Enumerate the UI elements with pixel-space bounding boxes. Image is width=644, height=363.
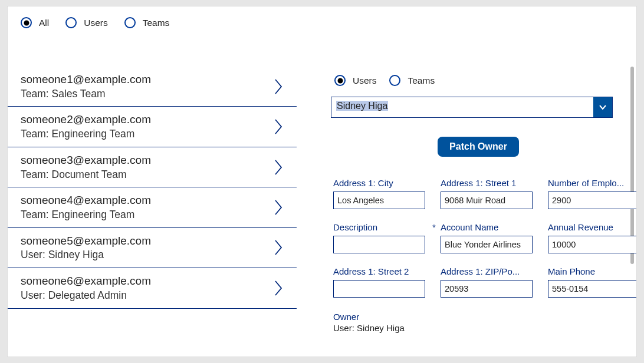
list-item-primary: someone3@example.com bbox=[21, 153, 151, 168]
radio-label: Teams bbox=[143, 18, 170, 28]
list-item-text: someone2@example.comTeam: Engineering Te… bbox=[21, 113, 151, 140]
field-label: Annual Revenue bbox=[548, 222, 637, 232]
radio-icon bbox=[65, 17, 77, 28]
list-item[interactable]: someone6@example.comUser: Delegated Admi… bbox=[8, 268, 297, 308]
field-label: Address 1: Street 2 bbox=[333, 266, 425, 276]
list-item-secondary: Team: Engineering Team bbox=[21, 127, 151, 141]
list-item-text: someone3@example.comTeam: Document Team bbox=[21, 153, 151, 181]
list-item-secondary: Team: Document Team bbox=[21, 168, 151, 182]
list-item[interactable]: someone2@example.comTeam: Engineering Te… bbox=[8, 107, 297, 147]
form-field: Address 1: Street 2 bbox=[333, 266, 425, 298]
owner-label: Owner bbox=[333, 312, 626, 322]
chevron-right-icon bbox=[273, 117, 284, 136]
list-item-secondary: Team: Sales Team bbox=[21, 87, 151, 101]
list-item-primary: someone5@example.com bbox=[21, 234, 151, 249]
list-item-secondary: Team: Engineering Team bbox=[21, 208, 151, 222]
field-input[interactable] bbox=[548, 192, 637, 209]
field-input[interactable] bbox=[441, 280, 533, 298]
dropdown-arrow-icon[interactable] bbox=[593, 97, 612, 117]
required-star-icon: * bbox=[432, 222, 436, 232]
field-label: Description bbox=[333, 222, 425, 232]
field-input[interactable] bbox=[333, 192, 425, 209]
list-item-text: someone6@example.comUser: Delegated Admi… bbox=[21, 274, 151, 302]
field-input[interactable] bbox=[548, 236, 637, 253]
field-input[interactable] bbox=[441, 192, 533, 209]
assign-radio-teams[interactable]: Teams bbox=[389, 75, 435, 86]
form-field: Annual Revenue bbox=[548, 222, 637, 253]
list-item-primary: someone1@example.com bbox=[21, 72, 151, 87]
field-label: Number of Emplo... bbox=[548, 178, 637, 188]
radio-icon bbox=[124, 17, 136, 28]
chevron-right-icon bbox=[273, 77, 284, 96]
list-item-text: someone4@example.comTeam: Engineering Te… bbox=[21, 193, 151, 221]
chevron-right-icon bbox=[273, 158, 284, 177]
radio-icon bbox=[334, 75, 346, 86]
field-grid: Address 1: CityAddress 1: Street 1Number… bbox=[333, 178, 626, 298]
list-item[interactable]: someone4@example.comTeam: Engineering Te… bbox=[8, 187, 297, 227]
owner-select-value: Sidney Higa bbox=[331, 97, 393, 117]
owner-display: Owner User: Sidney Higa bbox=[333, 312, 626, 333]
form-field: Address 1: City bbox=[333, 178, 425, 209]
list-item[interactable]: someone5@example.comUser: Sidney Higa bbox=[8, 228, 297, 268]
list-item[interactable]: someone3@example.comTeam: Document Team bbox=[8, 147, 297, 187]
field-label: Address 1: ZIP/Po... bbox=[441, 266, 533, 276]
list-item-primary: someone4@example.com bbox=[21, 193, 151, 208]
list-item-secondary: User: Sidney Higa bbox=[21, 248, 151, 262]
app-frame: All Users Teams someone1@example.comTeam… bbox=[7, 6, 637, 357]
field-input[interactable] bbox=[548, 280, 637, 298]
detail-panel: Users Teams Sidney Higa Patch Owner Addr… bbox=[331, 75, 626, 333]
assign-type-row: Users Teams bbox=[334, 75, 626, 86]
form-field: Number of Emplo... bbox=[548, 178, 637, 209]
filter-radio-teams[interactable]: Teams bbox=[124, 17, 170, 28]
form-field: Description bbox=[333, 222, 425, 253]
form-field: Address 1: Street 1 bbox=[441, 178, 533, 209]
list-item-text: someone5@example.comUser: Sidney Higa bbox=[21, 234, 151, 262]
top-filter-row: All Users Teams bbox=[21, 17, 169, 28]
radio-icon bbox=[389, 75, 400, 86]
filter-radio-users[interactable]: Users bbox=[65, 17, 107, 28]
field-label: Main Phone bbox=[548, 266, 637, 276]
form-field: *Account Name bbox=[441, 222, 533, 253]
form-field: Address 1: ZIP/Po... bbox=[441, 266, 533, 298]
field-label: Address 1: Street 1 bbox=[441, 178, 533, 188]
list-item-secondary: User: Delegated Admin bbox=[21, 289, 151, 302]
list-item[interactable]: someone1@example.comTeam: Sales Team bbox=[8, 67, 297, 107]
form-field: Main Phone bbox=[548, 266, 637, 298]
chevron-right-icon bbox=[273, 279, 284, 298]
field-input[interactable] bbox=[333, 236, 425, 253]
radio-icon bbox=[21, 17, 32, 28]
patch-owner-button[interactable]: Patch Owner bbox=[438, 137, 519, 157]
owner-select[interactable]: Sidney Higa bbox=[331, 97, 613, 118]
owner-value: User: Sidney Higa bbox=[333, 323, 626, 333]
radio-label: Users bbox=[353, 75, 376, 86]
field-label: Account Name bbox=[441, 222, 533, 232]
list-item-text: someone1@example.comTeam: Sales Team bbox=[21, 72, 151, 100]
field-input[interactable] bbox=[441, 236, 533, 253]
radio-label: Users bbox=[84, 18, 107, 28]
chevron-right-icon bbox=[273, 238, 284, 257]
field-input[interactable] bbox=[333, 280, 425, 298]
list-item-primary: someone2@example.com bbox=[21, 113, 151, 127]
assign-radio-users[interactable]: Users bbox=[334, 75, 376, 86]
radio-label: Teams bbox=[408, 75, 435, 86]
filter-radio-all[interactable]: All bbox=[21, 17, 49, 28]
radio-label: All bbox=[39, 18, 49, 28]
owner-list: someone1@example.comTeam: Sales Teamsome… bbox=[8, 67, 301, 357]
list-item-primary: someone6@example.com bbox=[21, 274, 151, 289]
chevron-right-icon bbox=[273, 198, 284, 217]
field-label: Address 1: City bbox=[333, 178, 425, 188]
